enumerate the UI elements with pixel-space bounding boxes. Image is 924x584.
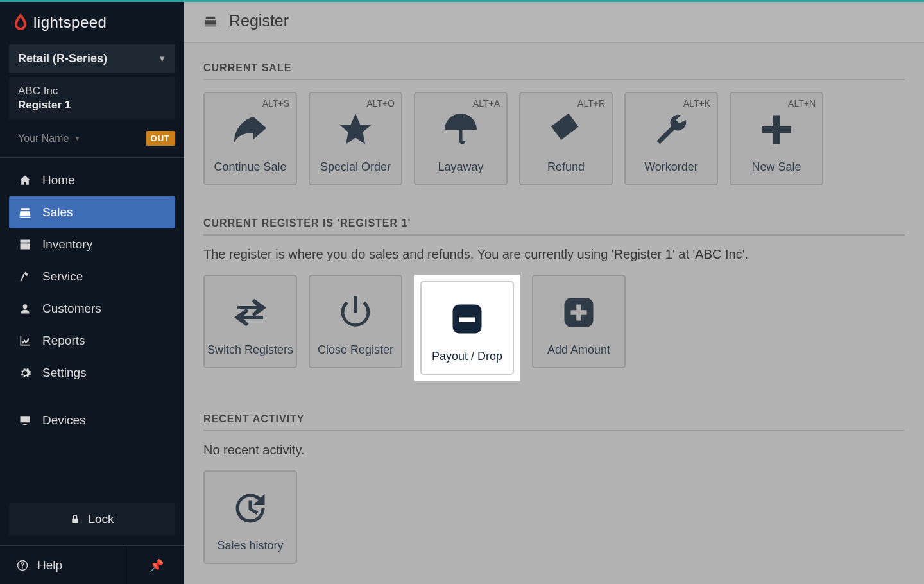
- clock-out-badge[interactable]: OUT: [146, 131, 175, 146]
- footer-bar: Help 📌: [0, 545, 184, 584]
- chevron-down-icon: ▼: [74, 135, 80, 142]
- tile-label: Switch Registers: [207, 343, 293, 357]
- tile-new-sale[interactable]: ALT+N New Sale: [730, 92, 823, 185]
- sidebar-item-settings[interactable]: Settings: [9, 357, 175, 389]
- tile-label: Sales history: [217, 539, 283, 553]
- box-icon: [18, 238, 32, 251]
- sidebar-item-label: Customers: [42, 302, 101, 316]
- sidebar-item-customers[interactable]: Customers: [9, 293, 175, 325]
- shortcut-label: ALT+N: [788, 98, 816, 108]
- flame-icon: [13, 13, 28, 31]
- help-button[interactable]: Help: [0, 546, 128, 584]
- nav-spacer: [9, 389, 175, 404]
- tile-layaway[interactable]: ALT+A Layaway: [414, 92, 508, 185]
- user-icon: [18, 302, 32, 315]
- chart-icon: [18, 334, 32, 347]
- register-icon: [203, 15, 218, 28]
- help-label: Help: [37, 558, 62, 572]
- user-row: Your Name ▼ OUT: [0, 119, 184, 157]
- shop-name: ABC Inc: [18, 85, 166, 98]
- main-scroll: Register CURRENT SALE ALT+S Continue Sal…: [184, 0, 924, 584]
- lock-wrap: Lock: [0, 503, 184, 545]
- tile-label: Layaway: [438, 160, 483, 174]
- shortcut-label: ALT+R: [578, 98, 605, 108]
- register-icon: [18, 206, 32, 219]
- section-current-register-label: CURRENT REGISTER IS 'REGISTER 1': [203, 218, 905, 236]
- shortcut-label: ALT+K: [683, 98, 710, 108]
- minus-square-icon: [422, 288, 513, 350]
- recent-tiles: Sales history: [203, 470, 905, 564]
- tile-add-amount[interactable]: Add Amount: [532, 275, 626, 368]
- section-recent-label: RECENT ACTIVITY: [203, 413, 905, 431]
- tile-continue-sale[interactable]: ALT+S Continue Sale: [203, 92, 297, 185]
- nav: Home Sales Inventory Service Customers R…: [0, 158, 184, 503]
- gear-icon: [18, 366, 32, 379]
- tile-payout-drop[interactable]: Payout / Drop: [420, 281, 514, 375]
- register-tiles: Switch Registers Close Register Payout /…: [203, 275, 905, 381]
- svg-rect-6: [571, 310, 587, 315]
- sidebar-item-label: Inventory: [42, 237, 92, 252]
- plus-square-icon: [533, 281, 624, 343]
- lock-button[interactable]: Lock: [9, 503, 175, 535]
- lock-icon: [70, 514, 80, 524]
- sidebar-item-label: Service: [42, 270, 83, 284]
- svg-point-0: [23, 304, 28, 309]
- tile-refund[interactable]: ALT+R Refund: [519, 92, 613, 185]
- tile-label: New Sale: [751, 160, 801, 174]
- sidebar-item-label: Devices: [42, 413, 86, 427]
- product-switcher[interactable]: Retail (R-Series) ▼: [9, 44, 175, 73]
- swap-icon: [205, 281, 296, 343]
- sidebar-item-inventory[interactable]: Inventory: [9, 228, 175, 261]
- monitor-icon: [18, 414, 32, 427]
- shop-register-block[interactable]: ABC Inc Register 1: [9, 77, 175, 119]
- highlighted-tile-wrap: Payout / Drop: [414, 275, 520, 381]
- hammer-icon: [18, 270, 32, 283]
- page-header: Register: [184, 0, 924, 43]
- main-area: Register CURRENT SALE ALT+S Continue Sal…: [184, 0, 924, 584]
- page-title: Register: [229, 12, 289, 30]
- history-icon: [205, 477, 296, 539]
- power-icon: [310, 281, 401, 343]
- pin-icon: 📌: [150, 558, 164, 572]
- user-name: Your Name: [18, 133, 69, 144]
- sidebar-item-devices[interactable]: Devices: [9, 404, 175, 436]
- tile-label: Continue Sale: [214, 160, 286, 174]
- tile-label: Special Order: [320, 160, 391, 174]
- svg-rect-3: [459, 317, 475, 322]
- tile-special-order[interactable]: ALT+O Special Order: [309, 92, 402, 185]
- current-sale-tiles: ALT+S Continue Sale ALT+O Special Order …: [203, 92, 905, 185]
- home-icon: [18, 174, 32, 187]
- tile-label: Payout / Drop: [432, 350, 502, 363]
- sidebar-item-reports[interactable]: Reports: [9, 325, 175, 357]
- section-current-sale-label: CURRENT SALE: [203, 62, 905, 80]
- shortcut-label: ALT+O: [366, 98, 395, 108]
- product-label: Retail (R-Series): [18, 52, 107, 65]
- brand-name: lightspeed: [33, 13, 107, 31]
- sidebar-item-label: Sales: [42, 205, 73, 219]
- sidebar-item-label: Home: [42, 173, 75, 187]
- sidebar-item-home[interactable]: Home: [9, 164, 175, 196]
- register-name: Register 1: [18, 99, 166, 112]
- brand-logo: lightspeed: [0, 2, 184, 39]
- tile-close-register[interactable]: Close Register: [309, 275, 402, 368]
- lock-label: Lock: [88, 512, 114, 526]
- tile-workorder[interactable]: ALT+K Workorder: [624, 92, 718, 185]
- tile-sales-history[interactable]: Sales history: [203, 470, 297, 564]
- recent-empty: No recent activity.: [203, 443, 905, 458]
- tile-switch-registers[interactable]: Switch Registers: [203, 275, 297, 368]
- page-content: CURRENT SALE ALT+S Continue Sale ALT+O S…: [184, 43, 924, 584]
- register-desc: The register is where you do sales and r…: [203, 247, 905, 262]
- tile-label: Workorder: [644, 160, 698, 174]
- shortcut-label: ALT+S: [262, 98, 289, 108]
- help-icon: [17, 560, 28, 571]
- user-menu[interactable]: Your Name ▼: [18, 133, 80, 144]
- shortcut-label: ALT+A: [473, 98, 500, 108]
- top-accent-strip: [0, 0, 924, 2]
- sidebar: lightspeed Retail (R-Series) ▼ ABC Inc R…: [0, 0, 184, 584]
- pin-button[interactable]: 📌: [128, 546, 184, 584]
- tile-label: Close Register: [318, 343, 393, 357]
- sidebar-item-service[interactable]: Service: [9, 261, 175, 293]
- tile-label: Refund: [547, 160, 585, 174]
- sidebar-item-sales[interactable]: Sales: [9, 196, 175, 228]
- tile-label: Add Amount: [547, 343, 610, 357]
